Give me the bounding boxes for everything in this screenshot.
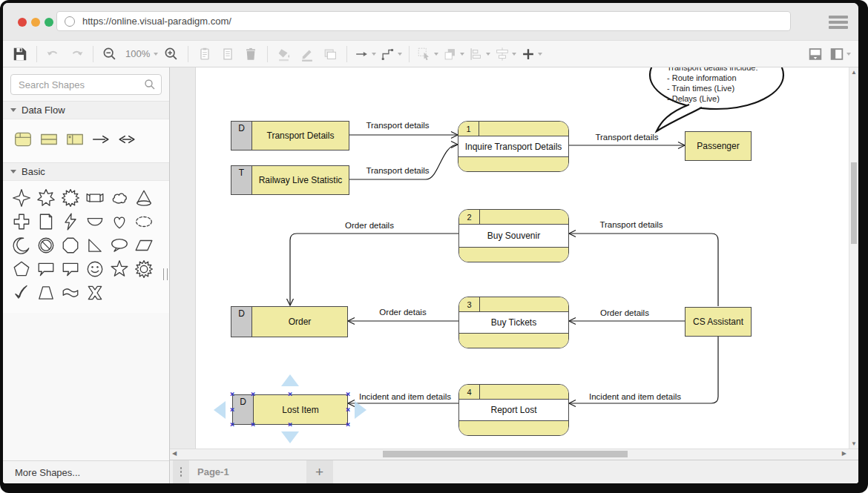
maximize-window-button[interactable] xyxy=(45,18,53,27)
palette-shape-cross[interactable] xyxy=(10,211,33,233)
data-store-node[interactable]: DOrder xyxy=(231,306,348,337)
palette-shape-sun[interactable] xyxy=(133,258,155,280)
process-node[interactable]: 1Inquire Transport Details xyxy=(458,121,569,172)
page-menu-icon[interactable] xyxy=(173,460,189,483)
palette-shape-star-7-point[interactable] xyxy=(35,187,57,209)
selection-handle[interactable]: × xyxy=(288,420,293,429)
layout-panel-toggle[interactable] xyxy=(827,44,852,64)
palette-shape-smiley[interactable] xyxy=(84,258,106,280)
add-page-button[interactable]: + xyxy=(306,460,333,483)
data-store-node[interactable]: DTransport Details xyxy=(231,121,349,150)
browser-menu-icon[interactable] xyxy=(829,16,848,29)
scroll-left-icon[interactable]: ◀ xyxy=(172,450,177,457)
palette-shape-heart[interactable] xyxy=(108,211,131,233)
flow-label[interactable]: Transport details xyxy=(595,133,658,142)
more-shapes-button[interactable]: More Shapes... xyxy=(3,460,169,483)
palette-shape-oval-callout[interactable] xyxy=(108,234,131,257)
selection-handle[interactable]: × xyxy=(230,389,235,399)
palette-shape-rect-callout[interactable] xyxy=(35,258,57,280)
drawing-canvas[interactable]: Transport details include:- Route inform… xyxy=(170,67,858,449)
add-shape-dropdown[interactable] xyxy=(519,44,544,64)
palette-shape-dfd-datastore[interactable] xyxy=(38,128,60,150)
external-entity-node[interactable]: CS Assistant xyxy=(685,307,752,337)
palette-shape-banner[interactable] xyxy=(84,187,106,209)
layer-order-dropdown[interactable] xyxy=(441,44,466,64)
flow-connector[interactable] xyxy=(569,234,718,306)
palette-shape-cone[interactable] xyxy=(133,187,155,209)
save-button[interactable] xyxy=(9,44,31,64)
palette-shape-star-5-point[interactable] xyxy=(108,258,131,280)
url-input[interactable] xyxy=(81,15,783,27)
palette-shape-moon[interactable] xyxy=(10,234,33,257)
format-panel-toggle[interactable] xyxy=(804,44,826,64)
resize-direction-arrow[interactable] xyxy=(281,374,299,386)
selection-handle[interactable]: × xyxy=(346,420,351,429)
zoom-out-button[interactable] xyxy=(99,44,121,64)
line-color-button[interactable] xyxy=(296,44,318,64)
redo-button[interactable] xyxy=(65,44,88,64)
palette-shape-wave[interactable] xyxy=(59,282,82,304)
palette-shape-dfd-dataflow-arrow[interactable] xyxy=(90,128,112,150)
palette-shape-dfd-process[interactable] xyxy=(12,128,34,150)
palette-shape-prohibited[interactable] xyxy=(35,234,57,257)
shape-style-button[interactable] xyxy=(319,44,341,64)
zoom-level-dropdown[interactable]: 100% xyxy=(122,44,160,64)
process-node[interactable]: 3Buy Tickets xyxy=(458,297,569,348)
scroll-up-icon[interactable]: ▲ xyxy=(849,69,858,76)
data-store-node[interactable]: TRailway Live Statistic xyxy=(231,165,349,195)
selection-handle[interactable]: × xyxy=(288,389,293,399)
scroll-down-icon[interactable]: ▼ xyxy=(849,440,858,447)
delete-button[interactable] xyxy=(240,44,262,64)
flow-label[interactable]: Order details xyxy=(600,308,649,317)
minimize-window-button[interactable] xyxy=(31,18,40,27)
align-dropdown[interactable] xyxy=(467,44,492,64)
palette-shape-dashed-ellipse[interactable] xyxy=(133,211,155,233)
horizontal-scroll-thumb[interactable] xyxy=(383,451,628,457)
close-window-button[interactable] xyxy=(18,18,27,27)
vertical-scrollbar[interactable]: ▲ ▼ xyxy=(849,67,858,449)
palette-shape-octagon[interactable] xyxy=(59,234,82,257)
copy-style-button[interactable] xyxy=(217,44,239,64)
palette-shape-parallelogram[interactable] xyxy=(133,234,155,257)
process-node[interactable]: 2Buy Souvenir xyxy=(458,209,569,262)
flow-label[interactable]: Order detais xyxy=(379,308,426,317)
flow-label[interactable]: Transport details xyxy=(366,121,429,130)
palette-shape-burst[interactable] xyxy=(59,187,82,209)
scroll-right-icon[interactable]: ▶ xyxy=(842,450,846,457)
resize-direction-arrow[interactable] xyxy=(281,431,299,443)
flow-label[interactable]: Transport details xyxy=(599,220,662,229)
flow-label[interactable]: Incident and item details xyxy=(589,392,681,401)
flow-label[interactable]: Incident and item details xyxy=(359,392,451,401)
selection-handle[interactable]: × xyxy=(230,420,235,429)
undo-button[interactable] xyxy=(42,44,65,64)
palette-section-data-flow[interactable]: Data Flow xyxy=(3,101,169,119)
selection-tool-dropdown[interactable] xyxy=(415,44,440,64)
palette-shape-star-4-point[interactable] xyxy=(10,187,33,209)
horizontal-scrollbar[interactable]: ◀ ▶ xyxy=(170,449,858,460)
resize-direction-arrow[interactable] xyxy=(355,401,366,419)
page-tab[interactable]: Page-1 xyxy=(197,466,229,477)
site-info-icon[interactable] xyxy=(65,16,75,27)
selection-handle[interactable]: × xyxy=(346,404,351,414)
selection-handle[interactable]: × xyxy=(346,389,351,399)
selection-handle[interactable]: × xyxy=(230,404,235,414)
palette-shape-cloud[interactable] xyxy=(108,187,131,209)
zoom-in-button[interactable] xyxy=(160,44,183,64)
external-entity-node[interactable]: Passenger xyxy=(685,131,752,161)
palette-shape-pentagon[interactable] xyxy=(10,258,33,280)
sidebar-resize-handle[interactable] xyxy=(163,268,168,280)
palette-shape-dfd-external-entity[interactable] xyxy=(64,128,86,150)
selection-handle[interactable]: × xyxy=(251,420,256,429)
resize-direction-arrow[interactable] xyxy=(214,401,226,419)
address-bar[interactable] xyxy=(56,11,791,31)
paste-button[interactable] xyxy=(194,44,216,64)
distribute-dropdown[interactable] xyxy=(493,44,518,64)
palette-shape-rect-callout-2[interactable] xyxy=(59,258,82,280)
palette-shape-tick[interactable] xyxy=(10,282,33,304)
arrow-style-dropdown[interactable] xyxy=(352,44,378,64)
search-input[interactable] xyxy=(10,74,162,95)
palette-shape-document[interactable] xyxy=(35,211,57,233)
palette-shape-x-shape[interactable] xyxy=(84,282,106,304)
flow-label[interactable]: Order details xyxy=(345,221,394,230)
palette-section-basic[interactable]: Basic xyxy=(3,162,169,181)
